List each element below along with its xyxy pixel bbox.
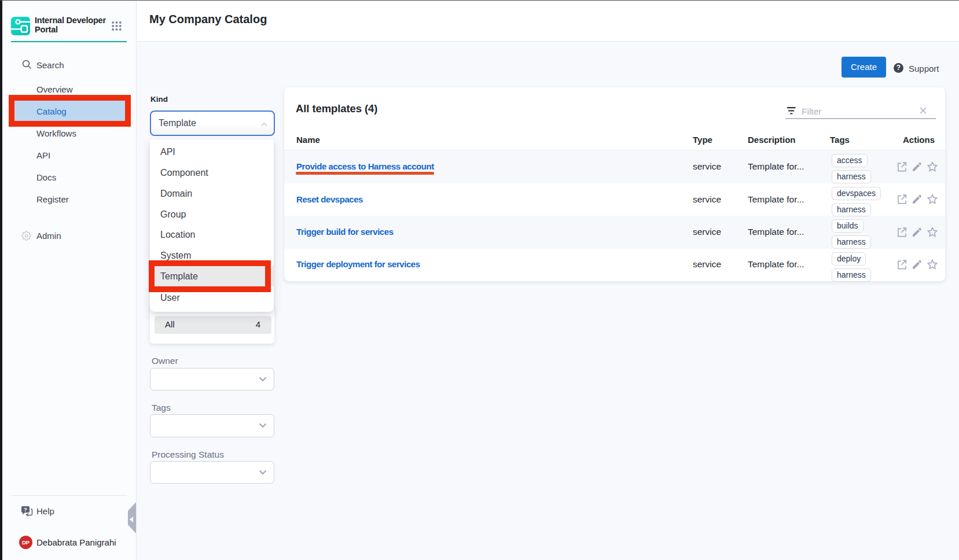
svg-text:?: ? [24, 506, 27, 513]
